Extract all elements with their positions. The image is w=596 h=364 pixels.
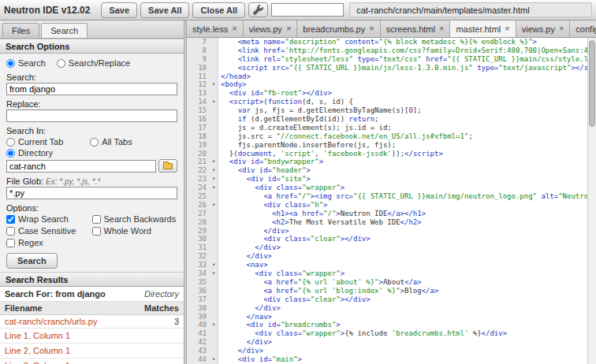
line-number: 28 (187, 218, 209, 227)
editor-scrollbar[interactable] (587, 38, 596, 364)
editor-tab-config-js[interactable]: config.js× (570, 20, 596, 37)
tab-close-icon[interactable]: × (232, 24, 237, 33)
editor-tab-breadcrumbs-py[interactable]: breadcrumbs.py× (297, 20, 380, 37)
checkbox-input-whole-word[interactable] (92, 227, 101, 236)
result-file-link[interactable]: cat-ranch/cranch/urls.py (5, 317, 97, 326)
replace-input[interactable] (6, 110, 177, 122)
checkbox-input-wrap-search[interactable] (6, 215, 15, 224)
fold-icon[interactable]: ▾ (209, 261, 218, 269)
file-glob-input[interactable] (6, 187, 177, 199)
checkbox-input-case-sensitive[interactable] (6, 227, 15, 236)
editor-tab-views-py[interactable]: views.py× (244, 20, 298, 37)
checkbox-whole-word[interactable]: Whole Word (92, 225, 178, 236)
checkbox-case-sensitive[interactable]: Case Sensitive (6, 225, 92, 236)
tab-close-icon[interactable]: × (286, 24, 291, 33)
line-number: 19 (187, 141, 209, 150)
line-number: 12 (187, 80, 209, 89)
close-all-button[interactable]: Close All (192, 2, 245, 18)
search-input[interactable] (6, 83, 177, 95)
line-number: 34 (187, 269, 209, 278)
search-mode-option-search[interactable]: Search (6, 58, 46, 68)
checkbox-input-regex[interactable] (6, 239, 15, 247)
code-line-text: </div> (218, 227, 289, 236)
editor-tab-screens-html[interactable]: screens.html× (381, 20, 451, 37)
tab-label: views.py (249, 24, 282, 34)
sidebar-tab-files[interactable]: Files (2, 23, 39, 38)
fold-icon[interactable]: ▾ (209, 166, 218, 175)
search-scope-option-directory[interactable]: Directory (6, 147, 90, 158)
code-line-text: </div> (218, 243, 281, 252)
save-all-button[interactable]: Save All (140, 2, 189, 18)
result-hit-link[interactable]: Line 2, Column 1 (0, 344, 184, 358)
code-line-text: js.src = "//connect.facebook.net/en_US/a… (218, 132, 473, 141)
fold-icon[interactable]: ▾ (209, 269, 218, 278)
code-line: 38 </div> (187, 304, 596, 313)
fold-spacer (209, 252, 218, 261)
fold-icon[interactable]: ▾ (209, 355, 218, 364)
tab-close-icon[interactable]: × (369, 24, 374, 33)
search-results-header[interactable]: Search Results (0, 272, 184, 287)
tab-close-icon[interactable]: × (505, 24, 509, 33)
code-line-text: <div class="wrapper"> (218, 184, 345, 192)
fold-spacer (209, 72, 218, 81)
search-scope-radio-current-tab[interactable] (6, 138, 15, 147)
result-file-row[interactable]: cat-ranch/cranch/urls.py 3 (0, 315, 184, 329)
fold-icon[interactable]: ▾ (209, 184, 218, 192)
settings-wrench-button[interactable] (248, 2, 268, 17)
code-editor[interactable]: 7 <meta name="description" content="{% b… (187, 38, 596, 364)
code-line: 41 <div class="wrapper">{% include 'brea… (187, 329, 596, 338)
search-button[interactable]: Search (6, 253, 58, 269)
search-scope-radio-directory[interactable] (6, 149, 15, 158)
code-line: 43 </div> (187, 347, 596, 355)
checkbox-input-search-backwards[interactable] (92, 215, 101, 224)
line-number: 16 (187, 115, 209, 124)
fold-icon[interactable]: ▾ (209, 175, 218, 184)
fold-icon[interactable]: ▾ (209, 201, 218, 210)
checkbox-wrap-search[interactable]: Wrap Search (6, 214, 92, 225)
fold-spacer (209, 338, 218, 347)
line-number: 42 (187, 338, 209, 347)
current-file-path: cat-ranch/cranch/main/templates/master.h… (349, 2, 592, 17)
editor-tab-style-less[interactable]: style.less× (187, 20, 244, 37)
directory-input[interactable] (6, 160, 156, 173)
code-line: 8 <link href='http://fonts.googleapis.co… (187, 46, 596, 55)
search-mode-radio-search-replace[interactable] (57, 59, 65, 68)
search-mode-radios: SearchSearch/Replace (6, 58, 177, 69)
code-line: 22▾ <div id="header"> (187, 166, 596, 175)
search-scope-radio-all-tabs[interactable] (90, 138, 99, 147)
checkbox-search-backwards[interactable]: Search Backwards (92, 214, 178, 225)
code-line-text: var js, fjs = d.getElementsByTagName(s)[… (218, 106, 422, 115)
fold-icon[interactable]: ▾ (209, 158, 218, 166)
fold-spacer (209, 210, 218, 218)
line-number: 32 (187, 252, 209, 261)
search-mode-option-search-replace[interactable]: Search/Replace (57, 58, 130, 68)
search-options-header[interactable]: Search Options (0, 39, 184, 54)
result-hit-link[interactable]: Line 1, Column 1 (0, 329, 184, 344)
fold-icon[interactable]: ▾ (209, 98, 218, 106)
line-number: 13 (187, 89, 209, 98)
editor-tab-master-html[interactable]: master.html× (450, 20, 516, 37)
fold-icon[interactable]: ▾ (209, 321, 218, 329)
toolbar-input[interactable] (271, 3, 344, 17)
result-hit-link[interactable]: Line 3, Column 1 (0, 358, 184, 364)
file-glob-hint: Ex: *.py, *.js, *.* (46, 177, 100, 186)
code-line-text: if (d.getElementById(id)) return; (218, 115, 379, 124)
line-number: 7 (187, 38, 209, 46)
fold-spacer (209, 329, 218, 338)
search-scope-option-current-tab[interactable]: Current Tab (6, 136, 90, 147)
save-button[interactable]: Save (101, 2, 137, 18)
code-line-text: </div> (218, 252, 272, 261)
search-mode-radio-search[interactable] (6, 59, 15, 68)
tab-close-icon[interactable]: × (439, 24, 444, 33)
code-line-text: js = d.createElement(s); js.id = id; (218, 124, 392, 132)
line-number: 21 (187, 158, 209, 166)
fold-icon[interactable]: ▾ (209, 80, 218, 89)
browse-folder-button[interactable] (158, 159, 177, 173)
code-line-text: <a href="{% url 'about' %}">About</a> (218, 278, 422, 287)
search-scope-option-all-tabs[interactable]: All Tabs (90, 136, 173, 147)
scrollbar-thumb[interactable] (589, 40, 595, 127)
sidebar-tab-search[interactable]: Search (41, 23, 88, 38)
tab-close-icon[interactable]: × (559, 24, 564, 33)
checkbox-regex[interactable]: Regex (6, 237, 92, 248)
editor-tab-views-py[interactable]: views.py× (516, 20, 571, 37)
